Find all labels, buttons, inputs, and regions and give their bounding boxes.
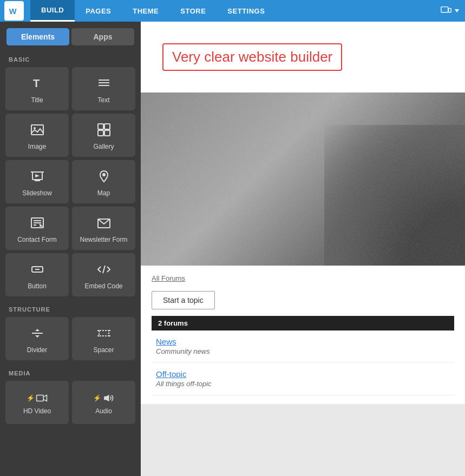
canvas-area: Very clear website builder All Forums St… — [141, 22, 465, 476]
media-elements-grid: ⚡ HD Video ⚡ Aud — [0, 381, 141, 427]
structure-section-header: STRUCTURE — [0, 300, 141, 317]
element-gallery-label: Gallery — [93, 143, 114, 150]
svg-rect-32 — [141, 92, 465, 266]
nav-tab-store[interactable]: STORE — [169, 0, 217, 22]
nav-tabs: BUILD PAGES THEME STORE SETTINGS — [30, 0, 276, 22]
nav-tab-build[interactable]: BUILD — [30, 0, 75, 22]
element-divider[interactable]: Divider — [5, 317, 69, 360]
svg-rect-10 — [98, 124, 103, 129]
canvas-image-section — [141, 92, 465, 266]
element-slideshow[interactable]: Slideshow — [5, 160, 69, 203]
element-hd-video-label: HD Video — [23, 407, 51, 415]
sidebar: Elements Apps BASIC T Title — [0, 22, 141, 476]
element-newsletter-form[interactable]: Newsletter Form — [72, 207, 135, 250]
start-topic-button[interactable]: Start a topic — [152, 291, 215, 309]
main-area: Elements Apps BASIC T Title — [0, 22, 465, 476]
all-forums-link[interactable]: All Forums — [152, 274, 454, 282]
text-icon — [96, 76, 112, 93]
element-button[interactable]: Button — [5, 253, 69, 296]
svg-point-18 — [102, 173, 106, 176]
audio-icon: ⚡ — [93, 392, 114, 404]
forum-offtopic-description: All things off-topic — [156, 380, 212, 388]
svg-point-16 — [37, 180, 38, 181]
top-nav: W BUILD PAGES THEME STORE SETTINGS — [0, 0, 465, 22]
forum-news-description: Community news — [156, 347, 210, 355]
element-hd-video[interactable]: ⚡ HD Video — [5, 381, 69, 424]
element-contact-form[interactable]: Contact Form — [5, 207, 69, 250]
svg-line-25 — [103, 266, 105, 273]
nav-right — [440, 5, 465, 17]
svg-marker-31 — [104, 395, 109, 402]
canvas-text-section: Very clear website builder — [141, 22, 465, 92]
title-icon: T — [30, 76, 45, 93]
element-text[interactable]: Text — [72, 67, 135, 110]
nav-tab-theme[interactable]: THEME — [122, 0, 169, 22]
svg-marker-27 — [35, 329, 40, 331]
element-audio[interactable]: ⚡ Audio — [72, 381, 135, 424]
newsletter-form-icon — [96, 215, 112, 233]
forum-item-offtopic: Off-topic All things off-topic — [152, 363, 454, 395]
element-image-label: Image — [28, 143, 46, 150]
forum-item-news: News Community news — [152, 330, 454, 363]
element-audio-label: Audio — [95, 407, 112, 415]
forum-news-name[interactable]: News — [156, 337, 450, 346]
element-title[interactable]: T Title — [5, 67, 69, 110]
sidebar-toggle: Elements Apps — [0, 22, 141, 50]
element-title-label: Title — [31, 96, 43, 104]
element-gallery[interactable]: Gallery — [72, 114, 135, 157]
canvas-heading: Very clear website builder — [162, 43, 342, 71]
element-map[interactable]: Map — [72, 160, 135, 203]
divider-icon — [30, 326, 45, 343]
element-spacer-label: Spacer — [93, 346, 114, 354]
canvas-forum-section: All Forums Start a topic 2 forums News C… — [141, 266, 465, 404]
svg-rect-29 — [99, 330, 109, 336]
svg-marker-17 — [35, 174, 40, 177]
audio-lightning: ⚡ — [93, 395, 101, 401]
hd-video-icon: ⚡ — [27, 392, 48, 404]
contact-form-icon — [30, 215, 45, 233]
gallery-icon — [96, 122, 112, 140]
element-map-label: Map — [97, 189, 110, 197]
svg-rect-11 — [104, 124, 110, 129]
site-logo[interactable]: W — [4, 1, 24, 21]
svg-text:W: W — [9, 7, 17, 16]
element-embed-code[interactable]: Embed Code — [72, 253, 135, 296]
svg-rect-12 — [98, 130, 103, 136]
element-image[interactable]: Image — [5, 114, 69, 157]
hd-video-lightning: ⚡ — [27, 395, 35, 401]
slideshow-icon — [30, 169, 45, 186]
forum-offtopic-name[interactable]: Off-topic — [156, 369, 450, 379]
svg-marker-28 — [35, 335, 40, 338]
apps-toggle-button[interactable]: Apps — [71, 28, 134, 45]
button-icon — [30, 262, 45, 279]
element-spacer[interactable]: Spacer — [72, 317, 135, 360]
elements-toggle-button[interactable]: Elements — [6, 28, 69, 45]
element-divider-label: Divider — [27, 346, 47, 354]
svg-text:T: T — [33, 77, 40, 89]
spacer-icon — [96, 326, 112, 343]
structure-elements-grid: Divider Spacer — [0, 317, 141, 363]
svg-point-9 — [34, 127, 36, 129]
svg-rect-2 — [449, 8, 451, 12]
map-icon — [96, 169, 112, 186]
svg-marker-3 — [455, 9, 459, 12]
device-toggle-button[interactable] — [440, 5, 461, 17]
element-button-label: Button — [28, 282, 47, 290]
element-slideshow-label: Slideshow — [22, 189, 52, 197]
media-section-header: MEDIA — [0, 363, 141, 381]
nav-tab-settings[interactable]: SETTINGS — [217, 0, 276, 22]
basic-elements-grid: T Title Text — [0, 67, 141, 300]
svg-rect-1 — [441, 7, 448, 12]
embed-code-icon — [96, 262, 112, 279]
basic-section-header: BASIC — [0, 50, 141, 67]
element-contact-form-label: Contact Form — [17, 236, 57, 243]
nav-tab-pages[interactable]: PAGES — [75, 0, 122, 22]
image-icon — [30, 122, 45, 140]
element-text-label: Text — [97, 96, 109, 104]
svg-rect-13 — [104, 130, 110, 136]
forums-count-bar: 2 forums — [152, 316, 454, 330]
element-newsletter-form-label: Newsletter Form — [80, 236, 127, 243]
svg-rect-30 — [37, 395, 44, 401]
element-embed-code-label: Embed Code — [84, 282, 122, 290]
